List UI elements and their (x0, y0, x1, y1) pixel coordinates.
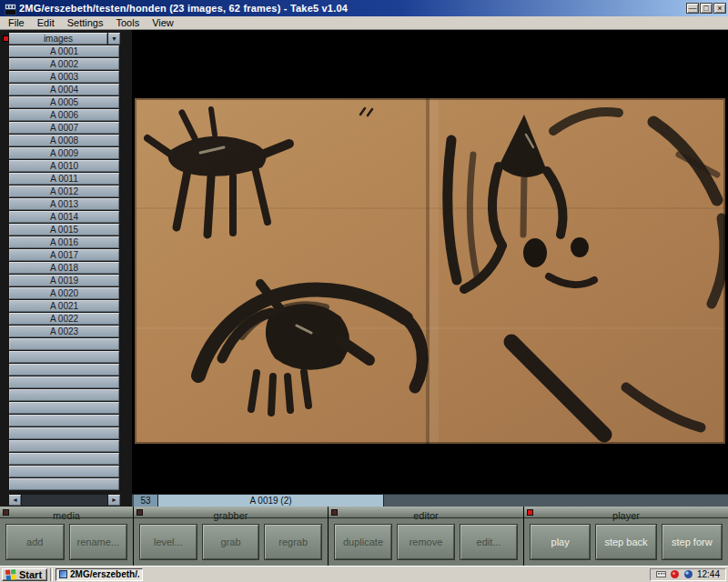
scroll-right-icon[interactable]: ► (108, 495, 120, 506)
level-button[interactable]: level... (139, 524, 197, 560)
image-list-item[interactable]: A 0007 (9, 122, 119, 134)
menu-item[interactable]: Settings (61, 16, 110, 30)
editor-panel-header: editor (329, 507, 523, 518)
empty-list-row (9, 478, 119, 490)
current-image-label: A 0019 (2) (158, 495, 384, 507)
image-list-item[interactable]: A 0021 (9, 300, 119, 312)
empty-list-row (9, 338, 119, 350)
empty-list-row (9, 389, 119, 401)
task-icon (59, 570, 67, 578)
empty-list-row (9, 415, 119, 426)
images-panel-header: images ▼ (0, 33, 132, 45)
grabber-indicator (136, 509, 143, 516)
maximize-button[interactable]: □ (700, 3, 713, 14)
images-active-indicator (3, 35, 9, 42)
tool-panels: media add rename... grabber level... gra… (0, 507, 728, 566)
menu-item[interactable]: View (146, 16, 180, 30)
image-list-item[interactable]: A 0012 (9, 186, 119, 197)
step-back-button[interactable]: step back (595, 524, 656, 560)
image-list-item[interactable]: A 0018 (9, 262, 119, 274)
status-strip-filler (384, 495, 728, 507)
image-list-item[interactable]: A 0019 (9, 275, 119, 286)
keyboard-tray-icon[interactable] (656, 569, 666, 579)
player-panel-header: player (524, 507, 728, 518)
display-tray-icon[interactable] (683, 569, 693, 579)
empty-list-row (9, 364, 119, 376)
remove-button[interactable]: remove (397, 524, 455, 560)
menu-item[interactable]: Tools (109, 16, 146, 30)
frame-counter: 53 (134, 495, 158, 507)
status-strip: 53 A 0019 (2) (132, 494, 728, 507)
image-list-item[interactable]: A 0005 (9, 96, 119, 108)
image-list-item[interactable]: A 0016 (9, 236, 119, 248)
empty-list-row (9, 402, 119, 414)
scrollbar-track[interactable] (22, 495, 107, 506)
play-button[interactable]: play (530, 524, 591, 560)
image-list-item[interactable]: A 0015 (9, 224, 119, 236)
player-panel-title: player (612, 510, 640, 521)
close-button[interactable]: × (713, 3, 726, 14)
taskbar-task-button[interactable]: 2MG/erszebeth/... (56, 568, 143, 581)
media-indicator (3, 509, 9, 516)
image-list-item[interactable]: A 0013 (9, 198, 119, 210)
empty-list-row (9, 376, 119, 388)
horizontal-scrollbar[interactable]: ◄ ► (9, 495, 120, 506)
image-list-item[interactable]: A 0020 (9, 287, 119, 299)
grabber-panel-header: grabber (134, 507, 328, 518)
titlebar[interactable]: 2MG/erszebeth/testen/honden (23 images, … (0, 0, 728, 16)
image-list: A 0001A 0002A 0003A 0004A 0005A 0006A 00… (9, 45, 119, 491)
menubar: FileEditSettingsToolsView (0, 16, 728, 30)
grabber-panel-title: grabber (214, 510, 248, 521)
record-tray-icon[interactable] (670, 569, 680, 579)
image-list-item[interactable]: A 0010 (9, 160, 119, 172)
image-list-item[interactable]: A 0006 (9, 109, 119, 121)
menu-item[interactable]: Edit (31, 16, 61, 30)
window-title: 2MG/erszebeth/testen/honden (23 images, … (19, 3, 682, 14)
editor-panel-title: editor (413, 510, 439, 521)
image-list-item[interactable]: A 0011 (9, 173, 119, 185)
image-list-item[interactable]: A 0003 (9, 71, 119, 83)
image-list-item[interactable]: A 0022 (9, 313, 119, 325)
player-panel: player play step back step forw (524, 507, 728, 566)
image-list-item[interactable]: A 0017 (9, 249, 119, 261)
start-button[interactable]: Start (2, 568, 47, 581)
windows-logo-icon (5, 569, 16, 580)
grabber-panel: grabber level... grab regrab (134, 507, 328, 566)
duplicate-button[interactable]: duplicate (334, 524, 392, 560)
empty-list-row (9, 440, 119, 452)
editor-indicator (331, 509, 338, 516)
edit-button[interactable]: edit... (460, 524, 518, 560)
regrab-button[interactable]: regrab (264, 524, 322, 560)
image-list-item[interactable]: A 0004 (9, 84, 119, 95)
editor-panel: editor duplicate remove edit... (329, 507, 523, 566)
preview-area (132, 30, 728, 494)
image-list-item[interactable]: A 0023 (9, 326, 119, 337)
media-panel-title: media (53, 510, 80, 521)
chevron-down-icon[interactable]: ▼ (108, 33, 120, 45)
image-list-item[interactable]: A 0009 (9, 147, 119, 159)
image-list-item[interactable]: A 0001 (9, 45, 119, 57)
image-list-item[interactable]: A 0002 (9, 58, 119, 70)
menu-item[interactable]: File (2, 16, 31, 30)
media-panel-header: media (0, 507, 133, 518)
grab-button[interactable]: grab (202, 524, 260, 560)
player-indicator (527, 509, 533, 516)
rename-button[interactable]: rename... (69, 524, 128, 560)
minimize-button[interactable]: — (686, 3, 699, 14)
image-list-item[interactable]: A 0008 (9, 135, 119, 146)
images-panel: images ▼ A 0001A 0002A 0003A 0004A 0005A… (0, 30, 132, 507)
scroll-left-icon[interactable]: ◄ (9, 495, 21, 506)
add-button[interactable]: add (5, 524, 65, 560)
images-header-button[interactable]: images (9, 33, 107, 45)
empty-list-row (9, 351, 119, 363)
system-tray: 12:44 (650, 568, 726, 581)
media-panel: media add rename... (0, 507, 133, 566)
task-label: 2MG/erszebeth/... (70, 569, 139, 579)
image-list-item[interactable]: A 0014 (9, 211, 119, 223)
empty-list-row (9, 453, 119, 465)
taskbar-clock: 12:44 (697, 569, 720, 580)
start-label: Start (19, 569, 42, 580)
current-frame-image (135, 98, 725, 444)
take5-window: 2MG/erszebeth/testen/honden (23 images, … (0, 0, 728, 582)
step-forward-button[interactable]: step forw (662, 524, 723, 560)
